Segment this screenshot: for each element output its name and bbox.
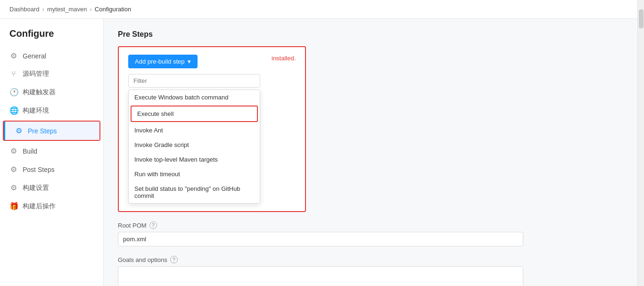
dropdown-item-run-timeout[interactable]: Run with timeout <box>129 167 260 181</box>
sidebar-label-presteps: Pre Steps <box>28 127 57 135</box>
gear-build-icon: ⚙ <box>9 147 18 155</box>
sidebar-label-trigger: 构建触发器 <box>23 88 56 97</box>
dropdown-item-win-batch[interactable]: Execute Windows batch command <box>129 90 260 105</box>
dropdown-item-invoke-maven[interactable]: Invoke top-level Maven targets <box>129 152 260 167</box>
dropdown-menu: Execute Windows batch command Execute sh… <box>128 90 260 204</box>
breadcrumb-dashboard[interactable]: Dashboard <box>9 6 40 13</box>
root-pom-input[interactable] <box>118 232 523 246</box>
sidebar: Configure ⚙ General ⑂ 源码管理 🕐 构建触发器 🌐 构建环… <box>0 19 104 286</box>
fork-icon: ⑂ <box>9 70 18 78</box>
main-content: Pre Steps Add pre-build step ▾ Execute W… <box>104 19 644 286</box>
goals-row: Goals and options ? <box>118 256 542 286</box>
breadcrumb: Dashboard › mytest_maven › Configuration <box>0 0 644 19</box>
add-pre-build-button[interactable]: Add pre-build step ▾ <box>128 55 198 68</box>
filter-input[interactable] <box>128 74 260 88</box>
sidebar-item-postbuild[interactable]: 🎁 构建后操作 <box>0 197 103 215</box>
root-pom-help-icon[interactable]: ? <box>149 221 157 229</box>
breadcrumb-sep-2: › <box>90 6 92 13</box>
clock-icon: 🕐 <box>9 88 18 97</box>
scrollbar[interactable] <box>637 19 644 286</box>
breadcrumb-current: Configuration <box>95 6 131 13</box>
sidebar-label-general: General <box>23 52 46 60</box>
sidebar-label-build: Build <box>23 147 37 155</box>
sidebar-item-general[interactable]: ⚙ General <box>0 47 103 65</box>
gear-icon: ⚙ <box>9 51 18 60</box>
sidebar-item-trigger[interactable]: 🕐 构建触发器 <box>0 83 103 101</box>
goals-textarea[interactable] <box>118 266 523 286</box>
root-pom-label: Root POM ? <box>118 221 542 229</box>
box-icon: 🎁 <box>9 202 18 211</box>
sidebar-item-buildsettings[interactable]: ⚙ 构建设置 <box>0 179 103 197</box>
section-title-presteps: Pre Steps <box>118 30 630 39</box>
info-message: installed. <box>272 55 296 62</box>
gear-presteps-icon: ⚙ <box>15 126 23 135</box>
breadcrumb-sep-1: › <box>42 6 44 13</box>
dropdown-item-invoke-ant[interactable]: Invoke Ant <box>129 123 260 138</box>
sidebar-label-buildsettings: 构建设置 <box>23 184 49 192</box>
gear-post-icon: ⚙ <box>9 165 18 174</box>
gear-settings-icon: ⚙ <box>9 183 18 192</box>
globe-icon: 🌐 <box>9 106 18 115</box>
sidebar-label-source: 源码管理 <box>23 70 49 78</box>
goals-label: Goals and options ? <box>118 256 542 263</box>
dropdown-item-exec-shell[interactable]: Execute shell <box>132 106 257 121</box>
sidebar-label-env: 构建环境 <box>23 106 49 115</box>
sidebar-item-source[interactable]: ⑂ 源码管理 <box>0 65 103 83</box>
sidebar-item-env[interactable]: 🌐 构建环境 <box>0 101 103 120</box>
sidebar-label-poststeps: Post Steps <box>23 166 55 173</box>
scroll-thumb <box>639 19 644 28</box>
sidebar-item-presteps[interactable]: ⚙ Pre Steps <box>4 122 99 140</box>
sidebar-item-build[interactable]: ⚙ Build <box>0 142 103 160</box>
goals-help-icon[interactable]: ? <box>170 256 178 263</box>
breadcrumb-project[interactable]: mytest_maven <box>47 6 87 13</box>
root-pom-row: Root POM ? <box>118 221 542 246</box>
add-pre-build-label: Add pre-build step <box>135 58 185 65</box>
dropdown-item-set-status[interactable]: Set build status to "pending" on GitHub … <box>129 181 260 203</box>
sidebar-item-poststeps[interactable]: ⚙ Post Steps <box>0 160 103 179</box>
dropdown-item-invoke-gradle[interactable]: Invoke Gradle script <box>129 138 260 152</box>
sidebar-title: Configure <box>0 28 103 47</box>
sidebar-label-postbuild: 构建后操作 <box>23 202 56 211</box>
chevron-down-icon: ▾ <box>188 58 191 65</box>
